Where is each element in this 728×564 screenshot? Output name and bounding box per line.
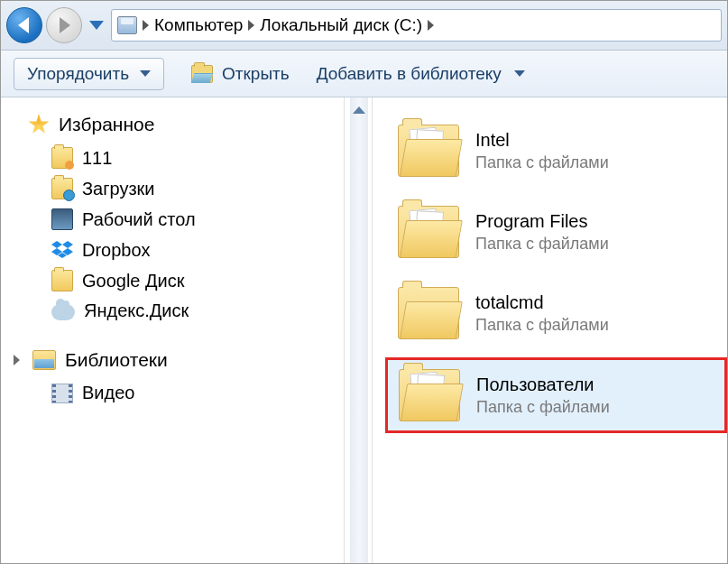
nav-forward-button[interactable] <box>46 7 82 43</box>
libraries-header[interactable]: Библиотеки <box>28 349 335 371</box>
body-split: Избранное 111 Загрузки Рабочий стол Drop… <box>1 97 727 564</box>
video-icon <box>51 384 73 403</box>
organize-button[interactable]: Упорядочить <box>14 58 164 90</box>
folder-item-intel[interactable]: Intel Папка с файлами <box>385 114 727 188</box>
breadcrumb-item[interactable]: Локальный диск (C:) <box>260 15 422 35</box>
folder-subtype: Папка с файлами <box>475 235 609 254</box>
breadcrumb-bar[interactable]: Компьютер Локальный диск (C:) <box>111 9 722 42</box>
folder-name: Intel <box>475 130 609 151</box>
breadcrumb-item[interactable]: Компьютер <box>154 15 243 35</box>
folder-item-users[interactable]: Пользователи Папка с файлами <box>385 357 727 433</box>
open-button[interactable]: Открыть <box>191 64 290 84</box>
desktop-icon <box>51 208 73 230</box>
folder-name: totalcmd <box>475 292 609 313</box>
folder-name: Пользователи <box>476 374 610 395</box>
dropdown-icon <box>140 70 151 77</box>
libraries-header-label: Библиотеки <box>65 349 168 371</box>
folder-icon <box>398 287 459 339</box>
open-folder-icon <box>191 65 213 83</box>
pane-divider[interactable] <box>344 97 373 564</box>
svg-marker-0 <box>51 241 62 248</box>
scroll-up-icon[interactable] <box>353 106 365 114</box>
folder-item-program-files[interactable]: Program Files Папка с файлами <box>385 195 727 269</box>
expand-icon[interactable] <box>14 355 20 365</box>
folder-icon <box>398 125 459 177</box>
favorites-header-label: Избранное <box>59 114 154 135</box>
sidebar-item-desktop[interactable]: Рабочий стол <box>28 204 335 235</box>
sidebar-item-google-drive[interactable]: Google Диск <box>28 265 335 296</box>
add-to-library-button[interactable]: Добавить в библиотеку <box>317 64 525 84</box>
svg-marker-1 <box>62 241 73 248</box>
downloads-icon <box>51 178 73 199</box>
favorites-group: Избранное 111 Загрузки Рабочий стол Drop… <box>28 114 335 326</box>
breadcrumb-separator-icon[interactable] <box>428 20 434 31</box>
sidebar-item-dropbox[interactable]: Dropbox <box>28 235 335 265</box>
folder-subtype: Папка с файлами <box>475 153 609 172</box>
folder-subtype: Папка с файлами <box>476 398 610 417</box>
libraries-icon <box>32 350 56 370</box>
dropbox-icon <box>51 239 73 261</box>
favorites-header[interactable]: Избранное <box>28 114 335 135</box>
sidebar-item-label: Google Диск <box>82 271 185 291</box>
folder-icon <box>51 147 73 169</box>
google-drive-icon <box>51 270 73 291</box>
content-pane: Intel Папка с файлами Program Files Папк… <box>373 97 727 564</box>
sidebar-item-label: Загрузки <box>82 179 155 199</box>
breadcrumb-separator-icon[interactable] <box>248 20 254 31</box>
folder-name: Program Files <box>475 211 609 232</box>
folder-subtype: Папка с файлами <box>475 316 609 335</box>
sidebar-item-label: 111 <box>82 148 112 169</box>
dropdown-icon <box>514 70 525 77</box>
nav-history-dropdown-icon[interactable] <box>89 21 104 30</box>
sidebar-item-downloads[interactable]: Загрузки <box>28 173 335 204</box>
folder-item-totalcmd[interactable]: totalcmd Папка с файлами <box>385 276 727 350</box>
add-library-label: Добавить в библиотеку <box>317 64 502 84</box>
sidebar-item-111[interactable]: 111 <box>28 143 335 173</box>
sidebar-item-video[interactable]: Видео <box>28 378 335 408</box>
open-label: Открыть <box>222 64 290 84</box>
sidebar-item-yandex-disk[interactable]: Яндекс.Диск <box>28 296 335 326</box>
navigation-pane: Избранное 111 Загрузки Рабочий стол Drop… <box>1 97 344 564</box>
scrollbar-track[interactable] <box>350 97 368 564</box>
libraries-group: Библиотеки Видео <box>28 349 335 408</box>
sidebar-item-label: Яндекс.Диск <box>84 300 189 321</box>
toolbar: Упорядочить Открыть Добавить в библиотек… <box>1 51 727 97</box>
nav-back-button[interactable] <box>6 7 42 43</box>
folder-icon <box>398 206 459 258</box>
address-bar-row: Компьютер Локальный диск (C:) <box>1 1 727 51</box>
breadcrumb-separator-icon[interactable] <box>143 20 149 31</box>
folder-icon <box>399 369 460 421</box>
cloud-icon <box>51 304 75 320</box>
drive-icon <box>117 16 137 34</box>
star-icon <box>28 114 50 135</box>
organize-label: Упорядочить <box>27 64 129 84</box>
sidebar-item-label: Dropbox <box>82 240 151 261</box>
sidebar-item-label: Видео <box>82 383 134 403</box>
sidebar-item-label: Рабочий стол <box>82 209 196 230</box>
